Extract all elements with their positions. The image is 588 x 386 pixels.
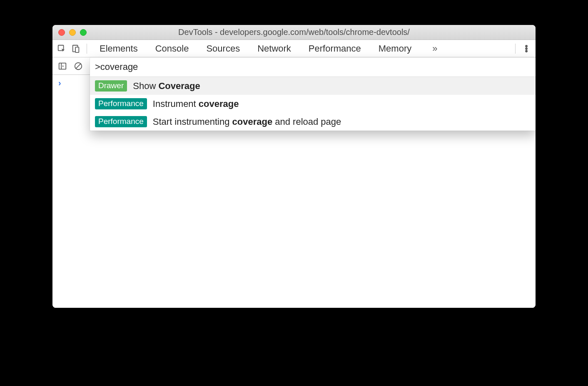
command-result-item[interactable]: Performance Instrument coverage	[90, 95, 536, 113]
tab-console[interactable]: Console	[155, 43, 189, 54]
traffic-lights	[58, 29, 87, 36]
clear-console-icon[interactable]	[72, 60, 84, 72]
minimize-window-button[interactable]	[69, 29, 76, 36]
tab-memory[interactable]: Memory	[379, 43, 411, 54]
command-result-item[interactable]: Performance Start instrumenting coverage…	[90, 113, 536, 131]
main-toolbar: Elements Console Sources Network Perform…	[52, 40, 536, 57]
result-text: Instrument coverage	[153, 99, 239, 109]
maximize-window-button[interactable]	[80, 29, 87, 36]
command-menu-results: Drawer Show Coverage Performance Instrum…	[90, 77, 536, 131]
result-text: Start instrumenting coverage and reload …	[153, 116, 341, 127]
command-result-item[interactable]: Drawer Show Coverage	[90, 77, 536, 95]
tab-performance[interactable]: Performance	[309, 43, 361, 54]
tab-elements[interactable]: Elements	[100, 43, 138, 54]
toolbar-separator	[87, 44, 87, 54]
command-menu-query: >coverage	[95, 62, 138, 72]
console-sidebar-toggle-icon[interactable]	[57, 60, 68, 72]
svg-rect-2	[75, 47, 79, 52]
panel-tabs: Elements Console Sources Network Perform…	[100, 43, 510, 54]
command-menu-input[interactable]: >coverage	[90, 57, 536, 77]
window-title: DevTools - developers.google.com/web/too…	[52, 27, 536, 37]
toolbar-separator	[515, 44, 516, 54]
inspect-element-icon[interactable]	[56, 43, 67, 54]
tabs-overflow-button[interactable]: »	[429, 43, 441, 54]
tab-network[interactable]: Network	[257, 43, 291, 54]
result-category-badge: Drawer	[95, 80, 127, 92]
window-titlebar: DevTools - developers.google.com/web/too…	[52, 25, 536, 40]
command-menu: >coverage Drawer Show Coverage Performan…	[90, 57, 536, 131]
console-prompt-caret[interactable]: ›	[58, 78, 61, 87]
result-category-badge: Performance	[95, 98, 147, 109]
result-text: Show Coverage	[133, 81, 200, 92]
devtools-window: DevTools - developers.google.com/web/too…	[52, 25, 536, 308]
device-toggle-icon[interactable]	[70, 43, 82, 54]
result-category-badge: Performance	[95, 116, 147, 127]
close-window-button[interactable]	[58, 29, 65, 36]
more-options-button[interactable]: •••	[521, 45, 532, 52]
tab-sources[interactable]: Sources	[206, 43, 240, 54]
